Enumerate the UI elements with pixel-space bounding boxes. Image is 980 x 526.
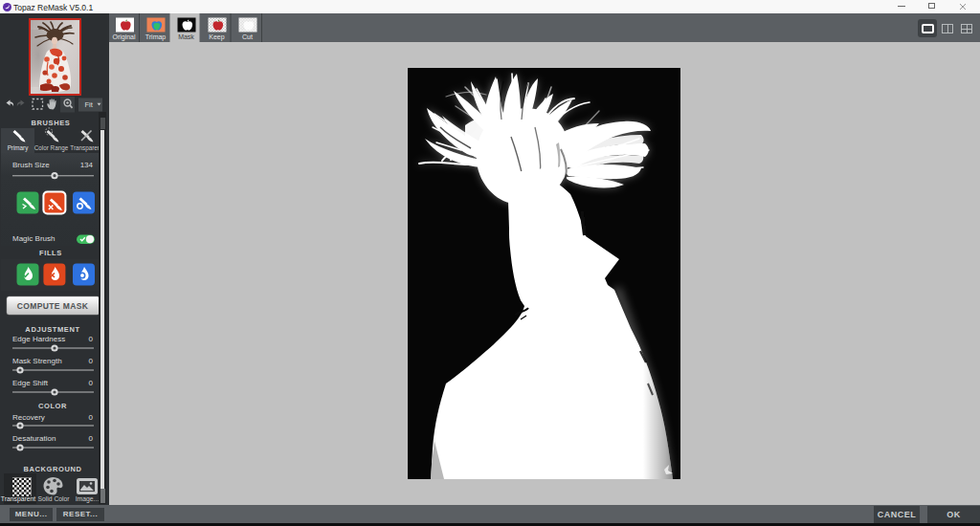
svg-text:Desaturation: Desaturation: [12, 434, 56, 443]
svg-text:Image...: Image...: [76, 495, 100, 503]
svg-text:0: 0: [89, 413, 94, 422]
svg-text:Magic Brush: Magic Brush: [12, 234, 55, 243]
svg-text:Primary: Primary: [8, 144, 30, 152]
svg-text:0: 0: [89, 335, 94, 343]
svg-text:Keep: Keep: [209, 33, 224, 41]
svg-text:Recovery: Recovery: [12, 413, 45, 422]
svg-text:0: 0: [89, 357, 94, 365]
svg-text:Color Range: Color Range: [34, 144, 69, 152]
svg-text:Edge Shift: Edge Shift: [12, 379, 49, 387]
svg-text:BRUSHES: BRUSHES: [32, 119, 71, 127]
svg-text:Fit: Fit: [85, 100, 94, 109]
svg-text:Original: Original: [112, 33, 136, 41]
svg-text:Edge Hardness: Edge Hardness: [12, 335, 65, 343]
svg-text:COMPUTE MASK: COMPUTE MASK: [17, 301, 89, 311]
svg-text:Cut: Cut: [242, 33, 253, 40]
svg-text:0: 0: [89, 379, 94, 387]
svg-text:Trimap: Trimap: [145, 33, 167, 41]
svg-text:ADJUSTMENT: ADJUSTMENT: [25, 325, 79, 334]
svg-text:Mask Strength: Mask Strength: [12, 357, 62, 365]
svg-text:Brush Size: Brush Size: [12, 161, 50, 169]
svg-text:Transparency: Transparency: [70, 144, 102, 152]
svg-text:FILLS: FILLS: [39, 249, 62, 257]
svg-text:Solid Color: Solid Color: [37, 495, 70, 502]
svg-text:Transparent: Transparent: [1, 495, 36, 503]
svg-text:Mask: Mask: [178, 33, 194, 40]
svg-text:COLOR: COLOR: [38, 402, 67, 410]
svg-text:0: 0: [89, 434, 94, 443]
svg-text:134: 134: [80, 161, 94, 169]
svg-text:BACKGROUND: BACKGROUND: [24, 465, 82, 473]
